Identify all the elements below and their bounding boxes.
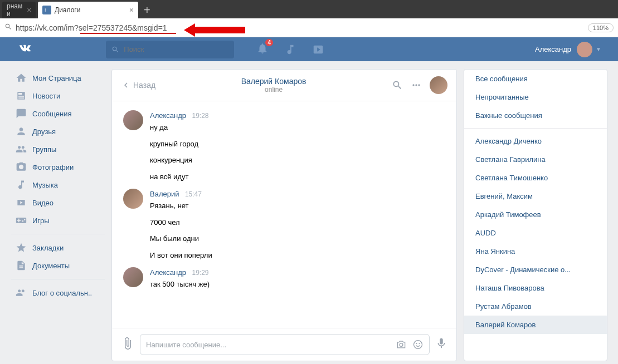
sidebar-item-messages[interactable]: Сообщения [11,105,105,122]
vk-favicon [42,6,51,14]
photos-icon [16,161,27,173]
contact-item[interactable]: Аркадий Тимофеев [464,205,607,224]
avatar[interactable] [123,110,143,130]
filter-unread[interactable]: Непрочитанные [464,88,607,106]
svg-point-6 [416,343,417,344]
message-author[interactable]: Валерий [150,190,179,198]
message-author[interactable]: Александр [150,111,186,120]
contact-item[interactable]: Рустам Абрамов [464,297,607,316]
divider [11,279,105,279]
message-author[interactable]: Александр [150,268,186,277]
message-text: ну да [150,122,445,133]
contact-item[interactable]: Светлана Тимошенко [464,169,607,187]
svg-point-2 [412,84,414,86]
music-icon [16,179,27,190]
message-text: на всё идут [150,171,445,183]
chat-panel: Назад Валерий Комаров online Александр 1… [111,69,457,361]
sidebar-item-blog[interactable]: Блог о социальн.. [11,284,105,302]
new-tab-button[interactable]: + [138,2,156,18]
filter-all[interactable]: Все сообщения [464,70,607,88]
contact-item[interactable]: Светлана Гаврилина [464,150,607,169]
chevron-left-icon [121,80,131,90]
close-icon[interactable]: × [125,6,134,14]
sidebar-item-bookmarks[interactable]: Закладки [11,239,105,257]
avatar[interactable] [123,189,143,209]
sidebar-label: Сообщения [32,110,72,118]
contact-name: Валерий Комаров [155,77,392,86]
back-label: Назад [133,81,155,90]
documents-icon [16,260,27,271]
contact-item[interactable]: Евгений, Максим [464,187,607,205]
music-icon[interactable] [284,43,296,56]
sidebar-label: Видео [32,199,53,207]
sidebar-label: Документы [32,262,70,270]
sidebar-label: Игры [32,217,50,225]
message-block: Александр 19:28 ну да крупный город конк… [123,110,445,182]
search-icon[interactable] [392,80,403,91]
sidebar-item-my-page[interactable]: Моя Страница [11,69,105,87]
sidebar-label: Музыка [32,181,58,189]
chat-header: Назад Валерий Комаров online [112,70,456,101]
notification-badge: 4 [265,39,273,46]
sidebar-item-groups[interactable]: Группы [11,140,105,158]
browser-tab-active[interactable]: Диалоги × [38,2,138,18]
browser-tab[interactable]: рнам и × [2,2,36,18]
contact-item[interactable]: Яна Янкина [464,242,607,260]
search-icon [4,23,12,33]
user-name: Александр [535,45,571,53]
sidebar: Моя Страница Новости Сообщения Друзья Гр… [11,69,105,361]
sidebar-item-games[interactable]: Игры [11,211,105,229]
message-input[interactable] [146,341,396,349]
play-icon[interactable] [312,43,324,56]
zoom-indicator[interactable]: 110% [588,23,614,32]
message-text: так 500 тысяч же) [150,279,445,290]
camera-icon[interactable] [396,339,407,350]
contact-item[interactable]: Наташа Пивоварова [464,279,607,297]
sidebar-item-music[interactable]: Музыка [11,176,105,194]
back-button[interactable]: Назад [121,80,155,90]
svg-point-7 [419,343,420,344]
vk-header: 4 Александр ▼ [0,37,618,61]
sidebar-item-photos[interactable]: Фотографии [11,158,105,176]
message-block: Валерий 15:47 Рязань, нет 7000 чел Мы бы… [123,189,445,260]
chat-title[interactable]: Валерий Комаров online [155,77,392,94]
notifications-button[interactable]: 4 [256,42,269,57]
contact-item-active[interactable]: Валерий Комаров [464,316,607,334]
sidebar-label: Закладки [32,244,64,252]
chat-input-area [112,328,456,361]
contact-item[interactable]: Александр Диченко [464,132,607,150]
search-input[interactable] [124,45,228,53]
sidebar-item-friends[interactable]: Друзья [11,122,105,140]
bookmarks-icon [16,242,27,253]
sidebar-label: Моя Страница [32,74,81,82]
divider [11,234,105,234]
message-input-wrap [140,334,430,355]
sidebar-item-video[interactable]: Видео [11,194,105,211]
avatar[interactable] [123,267,143,287]
voice-button[interactable] [435,337,447,352]
attach-button[interactable] [121,337,134,352]
browser-tabs-bar: рнам и × Диалоги × + [0,0,618,18]
more-icon[interactable] [411,80,422,91]
contact-item[interactable]: DyCover - Динамические о... [464,260,607,279]
news-icon [16,90,27,101]
message-text: Рязань, нет [150,200,445,211]
emoji-icon[interactable] [412,339,424,350]
user-menu[interactable]: Александр ▼ [535,42,618,57]
annotation-arrow [184,22,245,38]
sidebar-label: Фотографии [32,163,74,171]
message-text: крупный город [150,139,445,150]
chevron-down-icon: ▼ [596,46,601,52]
home-icon [16,72,27,83]
avatar[interactable] [430,76,447,94]
sidebar-item-documents[interactable]: Документы [11,257,105,274]
filter-important[interactable]: Важные сообщения [464,106,607,125]
search-bar[interactable] [106,41,234,58]
close-icon[interactable]: × [22,6,31,14]
url-input[interactable] [16,23,588,32]
contact-item[interactable]: AUDD [464,224,607,242]
blog-icon [16,287,27,298]
vk-logo[interactable] [17,40,33,59]
sidebar-item-news[interactable]: Новости [11,87,105,105]
messages-icon [16,108,27,119]
